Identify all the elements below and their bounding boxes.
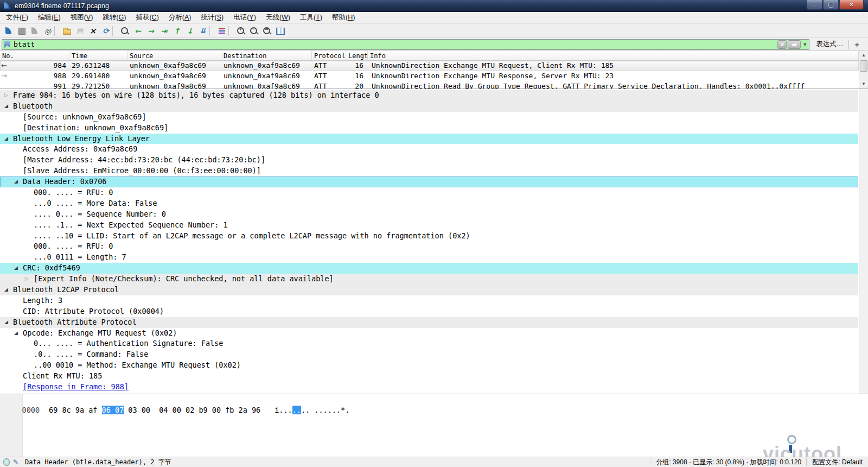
detail-row[interactable]: ...0 .... = More Data: False: [0, 198, 858, 209]
detail-row[interactable]: Data Header: 0x0706: [0, 176, 858, 187]
tree-expander-icon[interactable]: [14, 166, 23, 176]
expert-info-icon[interactable]: [3, 458, 10, 466]
zoom-out-icon[interactable]: −: [247, 25, 260, 37]
tree-expander-icon[interactable]: [25, 231, 34, 242]
zoom-in-icon[interactable]: +: [234, 25, 247, 37]
menu-item[interactable]: 文件(F): [1, 11, 33, 24]
detail-row[interactable]: 0... .... = Authentication Signature: Fa…: [0, 338, 858, 349]
add-filter-button[interactable]: +: [849, 40, 865, 49]
capture-comment-icon[interactable]: ✎: [13, 458, 18, 466]
detail-row[interactable]: Access Address: 0xaf9a8c69: [0, 144, 858, 155]
tree-expander-icon[interactable]: [14, 371, 23, 382]
menu-item[interactable]: 工具(T): [295, 11, 327, 24]
hex-ascii[interactable]: i....... ......*.: [275, 406, 349, 414]
menu-item[interactable]: 无线(W): [261, 11, 295, 24]
tree-expander-icon[interactable]: [14, 382, 23, 393]
open-file-icon[interactable]: [60, 25, 73, 37]
tree-expander-icon[interactable]: [4, 90, 13, 101]
tree-expander-icon[interactable]: [14, 328, 23, 339]
tree-expander-icon[interactable]: [25, 252, 34, 263]
scrollbar-thumb[interactable]: [860, 60, 867, 72]
detail-row[interactable]: [Expert Info (Note/Checksum): CRC unchec…: [0, 274, 858, 285]
restore-button[interactable]: ▢: [823, 0, 839, 10]
tree-expander-icon[interactable]: [14, 295, 23, 306]
filter-bookmark-icon[interactable]: [4, 41, 10, 48]
restart-capture-icon[interactable]: [28, 25, 41, 37]
menu-item[interactable]: 捕获(C): [131, 11, 163, 24]
filter-value[interactable]: btatt: [14, 40, 35, 48]
detail-row[interactable]: Client Rx MTU: 185: [0, 371, 858, 382]
tree-expander-icon[interactable]: [25, 338, 34, 349]
packet-row[interactable]: →988 29.691480 unknown_0xaf9a8c69 unknow…: [0, 71, 859, 81]
colorize-packets-icon[interactable]: [215, 25, 228, 37]
detail-row[interactable]: 000. .... = RFU: 0: [0, 187, 858, 198]
hex-bytes[interactable]: 69 8c 9a af 06 07 03 00 04 00 02 b9 00 f…: [49, 406, 260, 414]
detail-row[interactable]: 000. .... = RFU: 0: [0, 241, 858, 252]
menu-item[interactable]: 编辑(E): [33, 11, 66, 24]
detail-row[interactable]: Frame 984: 16 bytes on wire (128 bits), …: [0, 90, 858, 101]
menu-item[interactable]: 电话(Y): [228, 11, 261, 24]
tree-expander-icon[interactable]: [25, 220, 34, 231]
tree-expander-icon[interactable]: [25, 241, 34, 252]
column-header[interactable]: Length: [346, 51, 368, 60]
tree-expander-icon[interactable]: [4, 134, 13, 144]
column-header[interactable]: Info: [368, 51, 859, 60]
column-header[interactable]: Source: [127, 51, 221, 60]
tree-expander-icon[interactable]: [25, 360, 34, 371]
tree-expander-icon[interactable]: [14, 112, 23, 123]
go-forward-icon[interactable]: →: [144, 25, 157, 37]
close-button[interactable]: ×: [839, 0, 864, 10]
tree-expander-icon[interactable]: [25, 349, 34, 360]
menu-item[interactable]: 帮助(H): [327, 11, 360, 24]
packet-list-scrollbar[interactable]: ▲ ▼: [859, 51, 868, 89]
detail-row[interactable]: CRC: 0xdf5469: [0, 263, 858, 274]
detail-row[interactable]: Bluetooth Attribute Protocol: [0, 317, 858, 328]
go-back-icon[interactable]: ←: [131, 25, 144, 37]
tree-expander-icon[interactable]: [14, 176, 23, 187]
column-header[interactable]: Destination: [221, 51, 312, 60]
find-packet-icon[interactable]: [118, 25, 131, 37]
filter-history-dropdown-icon[interactable]: ▼: [802, 42, 807, 47]
zoom-reset-icon[interactable]: =: [260, 25, 273, 37]
tree-expander-icon[interactable]: [4, 285, 13, 295]
menu-item[interactable]: 统计(S): [196, 11, 229, 24]
detail-row[interactable]: ..00 0010 = Method: Exchange MTU Request…: [0, 360, 858, 371]
resize-columns-icon[interactable]: [273, 25, 286, 37]
detail-row[interactable]: Bluetooth: [0, 101, 858, 112]
tree-expander-icon[interactable]: [14, 144, 23, 155]
detail-row[interactable]: Opcode: Exchange MTU Request (0x02): [0, 328, 858, 339]
tree-expander-icon[interactable]: [4, 317, 13, 328]
go-to-top-icon[interactable]: ↑: [170, 25, 183, 37]
tree-expander-icon[interactable]: [25, 187, 34, 198]
capture-options-icon[interactable]: ◎: [41, 25, 54, 37]
scrollbar-down-icon[interactable]: ▼: [859, 80, 868, 89]
profile-status[interactable]: 配置文件: Default: [812, 458, 863, 467]
menu-item[interactable]: 分析(A): [164, 11, 196, 24]
tree-expander-icon[interactable]: [4, 101, 13, 112]
filter-apply-icon[interactable]: ➡: [788, 40, 801, 49]
expression-button[interactable]: 表达式…: [809, 40, 848, 49]
tree-expander-icon[interactable]: [25, 198, 34, 209]
go-to-bottom-icon[interactable]: ↓: [183, 25, 196, 37]
detail-row[interactable]: [Slave Address: EmMicroe_00:00:00 (0c:f3…: [0, 166, 858, 176]
menu-item[interactable]: 视图(V): [66, 11, 98, 24]
tree-expander-icon[interactable]: [14, 155, 23, 166]
tree-expander-icon[interactable]: [14, 263, 23, 274]
column-header[interactable]: Protocol: [312, 51, 346, 60]
detail-row[interactable]: Length: 3: [0, 295, 858, 306]
detail-row[interactable]: .... ..10 = LLID: Start of an L2CAP mess…: [0, 231, 858, 242]
stop-capture-icon[interactable]: [15, 25, 28, 37]
detail-row[interactable]: ...0 0111 = Length: 7: [0, 252, 858, 263]
tree-expander-icon[interactable]: [25, 274, 34, 285]
auto-scroll-icon[interactable]: ⇊: [196, 25, 209, 37]
reload-file-icon[interactable]: ⟳: [99, 25, 112, 37]
minimize-button[interactable]: –: [807, 0, 822, 10]
tree-expander-icon[interactable]: [25, 209, 34, 220]
column-header[interactable]: Time: [69, 51, 127, 60]
detail-row[interactable]: [Master Address: 44:ec:bd:73:20:bc (44:e…: [0, 155, 858, 166]
tree-expander-icon[interactable]: [14, 306, 23, 317]
hex-dump-pane[interactable]: 000069 8c 9a af 06 07 03 00 04 00 02 b9 …: [0, 394, 868, 457]
detail-row[interactable]: Bluetooth Low Energy Link Layer: [0, 134, 858, 144]
detail-row[interactable]: .... 0... = Sequence Number: 0: [0, 209, 858, 220]
detail-row[interactable]: [Response in Frame: 988]: [0, 382, 858, 393]
